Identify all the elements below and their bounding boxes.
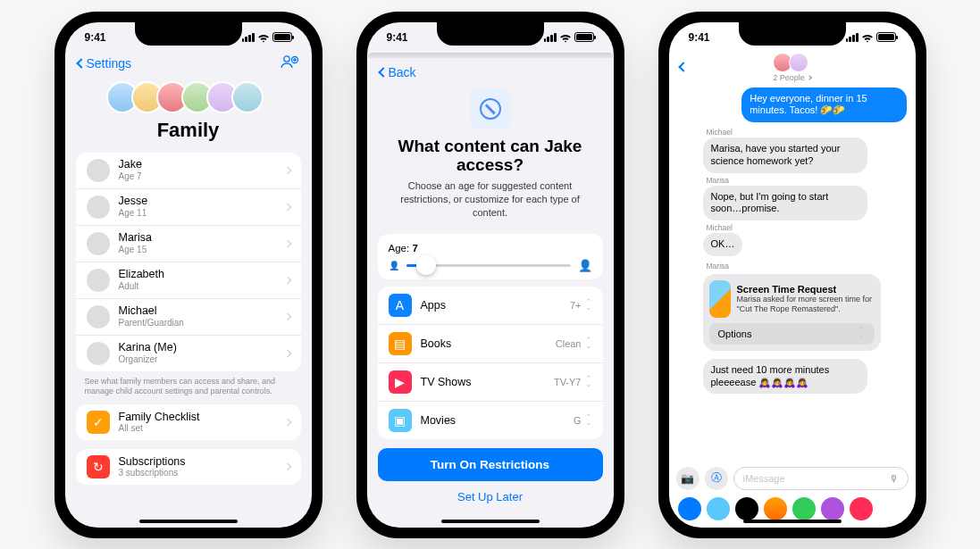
updown-icon: ⌃⌄ <box>585 377 592 387</box>
signal-icon <box>846 33 859 42</box>
battery-icon <box>876 32 896 42</box>
status-time: 9:41 <box>85 31 106 44</box>
child-icon: 👤 <box>389 261 399 270</box>
camera-button[interactable]: 📷 <box>676 467 699 490</box>
content-list: A Apps 7+ ⌃⌄ ▤ Books Clean ⌃⌄ ▶ TV Shows… <box>378 287 603 439</box>
subscriptions-card[interactable]: ↻ Subscriptions 3 subscriptions <box>76 449 301 485</box>
battery-icon <box>272 32 292 42</box>
turn-on-button[interactable]: Turn On Restrictions <box>378 448 603 481</box>
sender-label: Marisa <box>707 262 907 270</box>
stickers-app-icon[interactable] <box>821 497 844 520</box>
chevron-right-icon <box>283 419 290 426</box>
message-incoming: Nope, but I'm going to start soon…promis… <box>703 186 867 221</box>
back-button[interactable]: Back <box>380 65 601 79</box>
avatar <box>231 81 264 113</box>
chevron-right-icon <box>283 463 290 470</box>
family-avatars <box>76 81 301 113</box>
footer-note: See what family members can access and s… <box>76 371 301 404</box>
members-list: Jake Age 7 Jesse Age 11 Marisa Age 15 El… <box>76 153 301 371</box>
avatar <box>678 374 698 394</box>
chevron-right-icon <box>283 166 290 173</box>
updown-icon: ⌃⌄ <box>585 415 592 425</box>
chevron-right-icon <box>283 203 290 210</box>
content-row[interactable]: ▣ Movies G ⌃⌄ <box>378 402 603 439</box>
checklist-card[interactable]: ✓ Family Checklist All set <box>76 404 301 440</box>
conversation-header[interactable]: 2 People <box>773 53 811 82</box>
setup-later-button[interactable]: Set Up Later <box>367 481 614 512</box>
phone-restrictions: 9:41 Back What content can Jake access? … <box>356 12 624 538</box>
tv-shows-icon: ▶ <box>389 370 412 394</box>
signal-icon <box>242 33 255 42</box>
phone-family: 9:41 Settings Family Jake Age 7 Jesse <box>54 12 322 538</box>
books-icon: ▤ <box>389 332 412 355</box>
restriction-icon <box>470 88 511 129</box>
status-time: 9:41 <box>689 31 710 44</box>
sender-label: Marisa <box>707 176 907 185</box>
member-row[interactable]: Jake Age 7 <box>76 153 301 189</box>
content-row[interactable]: ▶ TV Shows TV-Y7 ⌃⌄ <box>378 363 603 402</box>
slider-thumb[interactable] <box>416 255 436 275</box>
memoji-app-icon[interactable] <box>792 497 816 520</box>
options-button[interactable]: Options ⌃⌄ <box>709 323 875 345</box>
chevron-left-icon <box>76 58 86 68</box>
avatar <box>87 195 110 219</box>
member-row[interactable]: Karina (Me) Organizer <box>76 336 301 371</box>
chevron-left-icon <box>678 62 688 71</box>
home-indicator[interactable] <box>139 520 238 523</box>
nav-bar: 2 People <box>669 53 916 84</box>
content-row[interactable]: A Apps 7+ ⌃⌄ <box>378 287 603 325</box>
audio-app-icon[interactable] <box>707 497 730 520</box>
photos-app-icon[interactable] <box>764 497 787 520</box>
message-input[interactable]: iMessage 🎙 <box>733 467 909 490</box>
back-button[interactable] <box>680 63 707 71</box>
svg-point-0 <box>283 55 289 61</box>
notch <box>739 22 846 46</box>
chevron-right-icon <box>283 239 290 246</box>
member-row[interactable]: Michael Parent/Guardian <box>76 299 301 336</box>
notch <box>135 22 242 46</box>
member-row[interactable]: Marisa Age 15 <box>76 226 301 262</box>
home-indicator[interactable] <box>743 520 842 523</box>
wifi-icon <box>559 33 572 42</box>
content-row[interactable]: ▤ Books Clean ⌃⌄ <box>378 325 603 363</box>
message-incoming: Just need 10 more minutes pleeeease 🙇‍♀️… <box>703 359 867 395</box>
message-incoming: OK… <box>703 233 743 256</box>
member-row[interactable]: Elizabeth Adult <box>76 262 301 299</box>
phone-messages: 9:41 2 People Hey everyone, dinner in 15… <box>658 12 926 538</box>
hero-title: What content can Jake access? <box>385 137 596 176</box>
avatar <box>678 237 698 256</box>
avatar <box>87 342 110 365</box>
hero-subtitle: Choose an age for suggested content rest… <box>385 179 596 220</box>
avatar <box>87 159 110 182</box>
sender-label: Michael <box>707 223 907 232</box>
avatar <box>789 53 808 72</box>
hero: What content can Jake access? Choose an … <box>367 81 614 227</box>
sender-label: Michael <box>707 128 907 137</box>
cash-app-icon[interactable] <box>735 497 758 520</box>
member-row[interactable]: Jesse Age 11 <box>76 189 301 226</box>
appstore-button[interactable]: Ⓐ <box>705 467 728 490</box>
message-incoming: Marisa, have you started your science ho… <box>703 137 867 173</box>
apps-icon: A <box>389 294 412 317</box>
home-indicator[interactable] <box>441 520 540 523</box>
updown-icon: ⌃⌄ <box>585 300 592 310</box>
checklist-icon: ✓ <box>87 411 110 434</box>
subscriptions-icon: ↻ <box>87 455 110 478</box>
avatar <box>678 201 698 220</box>
chevron-right-icon <box>283 349 290 356</box>
avatar <box>87 305 110 329</box>
add-person-button[interactable] <box>280 54 299 72</box>
compose-bar: 📷 Ⓐ iMessage 🎙 <box>669 463 916 494</box>
dictate-icon[interactable]: 🎙 <box>889 473 899 484</box>
battery-icon <box>574 32 594 42</box>
chat[interactable]: Hey everyone, dinner in 15 minutes. Taco… <box>669 84 916 463</box>
wifi-icon <box>861 33 874 42</box>
store-app-icon[interactable] <box>678 497 701 520</box>
music-app-icon[interactable] <box>850 497 873 520</box>
signal-icon <box>544 33 557 42</box>
age-slider[interactable] <box>406 264 571 267</box>
back-button[interactable]: Settings <box>78 56 132 71</box>
avatar <box>87 232 110 255</box>
app-thumbnail <box>709 280 731 318</box>
age-card: Age: 7 👤 👤 <box>378 234 603 279</box>
